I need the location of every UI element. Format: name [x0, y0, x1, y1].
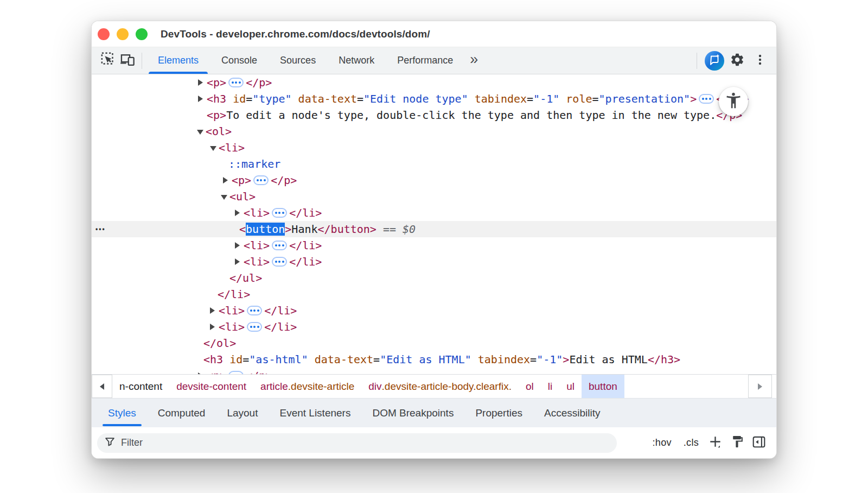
dom-tree-row[interactable]: <li>	[92, 140, 776, 156]
ellipsis-dot	[282, 261, 284, 263]
dom-tree-row[interactable]: ::marker	[92, 156, 776, 172]
dom-tree-row[interactable]: <p></p>	[92, 368, 776, 374]
element-classes-button[interactable]: .cls	[679, 437, 704, 448]
dom-tree-row[interactable]: •••<button>Hank</button> == $0	[92, 221, 776, 237]
expand-arrow-icon[interactable]	[210, 324, 219, 330]
plus-icon	[709, 435, 723, 451]
ellipsis-dot	[235, 81, 237, 84]
breadcrumb-item[interactable]: article.devsite-article	[253, 375, 361, 398]
rendering-emulation-button[interactable]	[727, 433, 747, 453]
dom-tree-row[interactable]: <p></p>	[92, 74, 776, 91]
dom-tree-row[interactable]: <li></li>	[92, 237, 776, 254]
expand-children-button[interactable]	[253, 175, 269, 185]
expand-arrow-icon[interactable]	[198, 79, 207, 86]
inspect-element-button[interactable]	[98, 51, 118, 71]
toggle-device-toolbar-button[interactable]	[118, 51, 137, 71]
expand-arrow-icon[interactable]	[223, 177, 232, 184]
dom-tree-row[interactable]: <h3 id="type" data-text="Edit node type"…	[92, 91, 776, 107]
dom-tree-row[interactable]: <li></li>	[92, 319, 776, 335]
toggle-sidebar-button[interactable]	[749, 433, 769, 453]
dom-token-plain: =	[242, 353, 249, 366]
breadcrumb-bar: n-contentdevsite-contentarticle.devsite-…	[92, 374, 776, 398]
breadcrumb-item[interactable]: div.devsite-article-body.clearfix.	[361, 375, 519, 398]
dom-tree-row[interactable]: </li>	[92, 286, 776, 302]
toggle-element-state-button[interactable]: :hov	[648, 437, 676, 448]
expand-arrow-icon[interactable]	[235, 258, 244, 265]
row-overflow-hint: •••	[95, 225, 106, 233]
dom-token-plain: To edit a node's type, double-click the …	[226, 109, 716, 122]
collapse-arrow-icon[interactable]	[221, 193, 229, 200]
ai-assistance-button[interactable]	[705, 51, 724, 71]
breadcrumb-item[interactable]: button	[582, 375, 624, 398]
breadcrumb-item[interactable]: ol	[519, 375, 541, 398]
expand-arrow-icon[interactable]	[198, 96, 207, 102]
crumb-part-tag: button	[589, 381, 617, 393]
sidebar-tab-accessibility[interactable]: Accessibility	[539, 399, 605, 427]
crumb-part-tag: ul	[566, 381, 575, 393]
dom-tree-row[interactable]: <p></p>	[92, 172, 776, 188]
expand-children-button[interactable]	[247, 306, 262, 315]
expand-arrow-icon[interactable]	[235, 210, 244, 216]
tab-performance[interactable]: Performance	[386, 47, 464, 74]
more-options-button[interactable]	[750, 51, 770, 71]
dom-tree-row[interactable]: </ul>	[92, 270, 776, 286]
ellipsis-dot	[253, 326, 256, 328]
sidebar-tab-dom-breakpoints[interactable]: DOM Breakpoints	[367, 399, 459, 427]
expand-children-button[interactable]	[272, 208, 287, 218]
sidebar-tab-properties[interactable]: Properties	[470, 399, 528, 427]
collapse-arrow-icon[interactable]	[197, 128, 206, 135]
expand-children-button[interactable]	[699, 94, 714, 104]
style-filter-field[interactable]	[97, 433, 617, 453]
sidebar-tab-styles[interactable]: Styles	[103, 399, 142, 427]
tab-elements[interactable]: Elements	[146, 47, 210, 74]
dom-token-plain	[292, 92, 298, 105]
window-title: DevTools - developer.chrome.com/docs/dev…	[161, 28, 430, 40]
accessibility-overlay-button[interactable]	[719, 87, 748, 116]
expand-children-button[interactable]	[272, 241, 287, 250]
dom-token-tag: </p>	[246, 76, 272, 89]
crumb-part-tag: article	[260, 381, 288, 393]
breadcrumb-scroll-left-button[interactable]	[92, 375, 112, 398]
dom-tree-row[interactable]: </ol>	[92, 335, 776, 351]
filter-input[interactable]	[121, 437, 609, 448]
expand-arrow-icon[interactable]	[235, 242, 244, 249]
breadcrumb-item[interactable]: devsite-content	[169, 375, 253, 398]
expand-children-button[interactable]	[272, 257, 287, 267]
settings-button[interactable]	[727, 51, 747, 71]
dom-token-attr: data-text	[298, 92, 357, 105]
dom-tree-row[interactable]: <li></li>	[92, 254, 776, 270]
expand-children-button[interactable]	[228, 78, 244, 87]
dom-token-tag: </li>	[289, 239, 322, 252]
sidebar-tab-computed[interactable]: Computed	[152, 399, 211, 427]
expand-arrow-icon[interactable]	[210, 307, 219, 314]
tab-sources[interactable]: Sources	[269, 47, 327, 74]
dom-tree-row[interactable]: <ul>	[92, 188, 776, 205]
dom-tree-row[interactable]: <h3 id="as-html" data-text="Edit as HTML…	[92, 351, 776, 368]
collapse-arrow-icon[interactable]	[210, 144, 219, 151]
tab-console[interactable]: Console	[210, 47, 269, 74]
breadcrumb-item[interactable]: n-content	[112, 375, 169, 398]
ellipsis-dot	[250, 326, 252, 328]
breadcrumb-item[interactable]: li	[541, 375, 559, 398]
breadcrumb-item[interactable]: ul	[559, 375, 582, 398]
sidebar-tab-layout[interactable]: Layout	[221, 399, 263, 427]
expand-children-button[interactable]	[247, 322, 262, 332]
dom-token-tag: </h3>	[648, 353, 680, 366]
new-style-rule-button[interactable]	[706, 433, 725, 453]
dom-token-tag: </li>	[264, 304, 297, 317]
dom-tree-row[interactable]: <li></li>	[92, 302, 776, 319]
crumb-part-class: .devsite-article-body.clearfix.	[382, 381, 512, 393]
tab-network[interactable]: Network	[327, 47, 386, 74]
dom-tree-row[interactable]: <li></li>	[92, 205, 776, 221]
minimize-button[interactable]	[117, 28, 129, 40]
chevron-double-right-icon: »	[470, 51, 478, 67]
dom-tree-row[interactable]: <ol>	[92, 123, 776, 140]
dom-token-tag: <li>	[244, 206, 270, 219]
zoom-button[interactable]	[136, 28, 148, 40]
more-tabs-button[interactable]: »	[464, 52, 483, 67]
paint-brush-icon	[731, 435, 744, 451]
breadcrumb-scroll-right-button[interactable]	[748, 375, 772, 398]
close-button[interactable]	[98, 28, 110, 40]
sidebar-tab-event-listeners[interactable]: Event Listeners	[274, 399, 356, 427]
dom-tree-row[interactable]: <p>To edit a node's type, double-click t…	[92, 107, 776, 123]
